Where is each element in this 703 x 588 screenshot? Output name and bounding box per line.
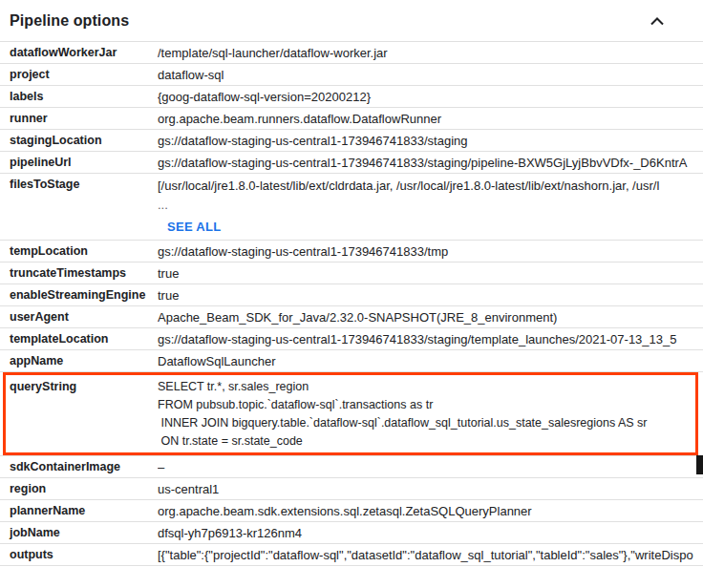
table-row: templateLocation gs://dataflow-staging-u… xyxy=(0,328,703,350)
query-line: FROM pubsub.topic.`dataflow-sql`.transac… xyxy=(158,396,703,414)
scrollbar-thumb[interactable] xyxy=(696,455,703,474)
table-row: outputs [{"table":{"projectId":"dataflow… xyxy=(0,544,703,566)
table-row: stagingLocation gs://dataflow-staging-us… xyxy=(0,130,703,152)
option-key: enableStreamingEngine xyxy=(0,288,158,302)
option-key: dataflowWorkerJar xyxy=(0,46,158,59)
option-key: templateLocation xyxy=(0,332,158,346)
table-row: dataflowWorkerJar /template/sql-launcher… xyxy=(0,42,703,64)
option-key: pipelineUrl xyxy=(0,156,158,169)
table-row: enableStreamingEngine true xyxy=(0,284,703,306)
see-all-link[interactable]: SEE ALL xyxy=(167,220,222,234)
option-key: tempLocation xyxy=(0,244,158,258)
option-value: dataflow-sql xyxy=(158,68,703,82)
table-row: appName DataflowSqlLauncher xyxy=(0,350,703,372)
option-key: runner xyxy=(0,112,158,125)
row-files-to-stage: filesToStage [/usr/local/jre1.8.0-latest… xyxy=(0,174,703,241)
table-row: region us-central1 xyxy=(0,478,703,500)
option-key: userAgent xyxy=(0,310,158,324)
option-key: outputs xyxy=(0,548,158,561)
chevron-up-icon xyxy=(650,12,664,30)
option-value: gs://dataflow-staging-us-central1-173946… xyxy=(158,332,703,346)
query-string-value: SELECT tr.*, sr.sales_region FROM pubsub… xyxy=(158,378,703,451)
option-value: gs://dataflow-staging-us-central1-173946… xyxy=(158,134,703,148)
option-value: – xyxy=(158,460,703,474)
option-value: true xyxy=(158,288,703,303)
collapse-button[interactable] xyxy=(648,11,667,31)
option-key: plannerName xyxy=(0,504,158,517)
query-line: SELECT tr.*, sr.sales_region xyxy=(158,378,703,396)
option-key: project xyxy=(0,68,158,81)
table-row: runner org.apache.beam.runners.dataflow.… xyxy=(0,108,703,130)
option-value: us-central1 xyxy=(158,482,703,496)
option-value: org.apache.beam.sdk.extensions.sql.zetas… xyxy=(158,504,703,518)
option-key: stagingLocation xyxy=(0,134,158,147)
option-value: true xyxy=(158,266,703,281)
option-value: Apache_Beam_SDK_for_Java/2.32.0-SNAPSHOT… xyxy=(158,310,703,325)
option-value: [{"table":{"projectId":"dataflow-sql","d… xyxy=(158,548,703,562)
table-row: truncateTimestamps true xyxy=(0,262,703,284)
option-key: truncateTimestamps xyxy=(0,266,158,280)
option-key: labels xyxy=(0,90,158,103)
option-key: jobName xyxy=(0,526,158,539)
option-value: gs://dataflow-staging-us-central1-173946… xyxy=(158,156,703,170)
table-row: labels {goog-dataflow-sql-version=202002… xyxy=(0,86,703,108)
table-row: tempLocation gs://dataflow-staging-us-ce… xyxy=(0,241,703,262)
row-query-string: queryString SELECT tr.*, sr.sales_region… xyxy=(0,372,703,456)
files-value-block: [/usr/local/jre1.8.0-latest/lib/ext/cldr… xyxy=(158,178,703,235)
option-value: [/usr/local/jre1.8.0-latest/lib/ext/cldr… xyxy=(158,178,703,195)
option-value: /template/sql-launcher/dataflow-worker.j… xyxy=(158,46,703,60)
panel-header: Pipeline options xyxy=(0,0,703,42)
option-value: dfsql-yh7p6913-kr126nm4 xyxy=(158,526,703,540)
table-row: pipelineUrl gs://dataflow-staging-us-cen… xyxy=(0,152,703,174)
table-row: userAgent Apache_Beam_SDK_for_Java/2.32.… xyxy=(0,306,703,328)
option-key: appName xyxy=(0,354,158,368)
option-value: DataflowSqlLauncher xyxy=(158,354,703,368)
option-key: region xyxy=(0,482,158,495)
query-line: ON tr.state = sr.state_code xyxy=(158,432,703,451)
option-value: {goog-dataflow-sql-version=20200212} xyxy=(158,90,703,104)
option-key: sdkContainerImage xyxy=(0,460,158,473)
option-key: queryString xyxy=(0,378,158,393)
table-row: jobName dfsql-yh7p6913-kr126nm4 xyxy=(0,522,703,544)
table-row: sdkContainerImage – xyxy=(0,456,703,478)
pipeline-options-panel: Pipeline options dataflowWorkerJar /temp… xyxy=(0,0,703,566)
table-row: project dataflow-sql xyxy=(0,64,703,86)
page-title: Pipeline options xyxy=(10,12,129,30)
truncation-ellipsis: ... xyxy=(158,197,703,214)
table-row: plannerName org.apache.beam.sdk.extensio… xyxy=(0,500,703,522)
option-value: org.apache.beam.runners.dataflow.Dataflo… xyxy=(158,112,703,126)
option-key: filesToStage xyxy=(0,178,158,191)
option-value: gs://dataflow-staging-us-central1-173946… xyxy=(158,244,703,259)
query-line: INNER JOIN bigquery.table.`dataflow-sql`… xyxy=(158,414,703,432)
